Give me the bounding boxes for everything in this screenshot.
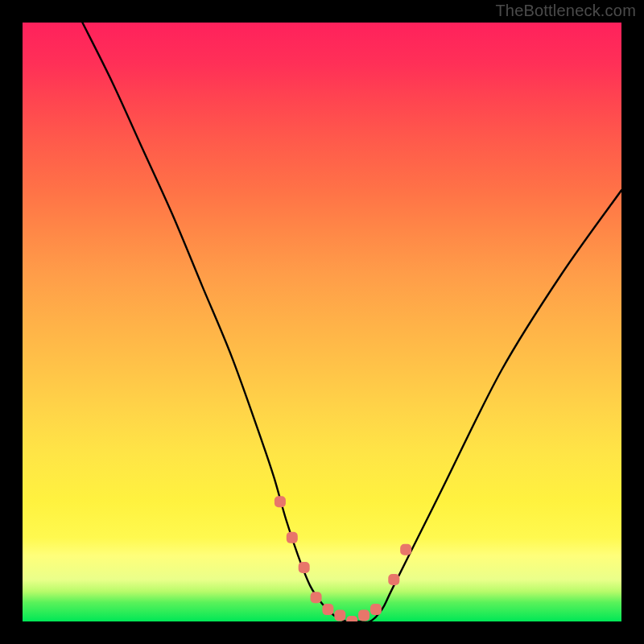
curve-marker — [275, 496, 286, 507]
curve-marker — [322, 604, 333, 615]
curve-marker — [358, 610, 369, 621]
curve-marker — [370, 604, 382, 615]
curve-marker — [388, 574, 399, 585]
curve-marker — [299, 562, 310, 573]
curve-marker — [334, 610, 345, 621]
plot-area — [23, 23, 621, 621]
curve-marker — [346, 616, 357, 621]
curve-marker — [400, 544, 411, 555]
watermark-text: TheBottleneck.com — [495, 2, 636, 20]
curve-marker — [287, 532, 298, 543]
curve-marker — [311, 592, 322, 603]
outer-frame: TheBottleneck.com — [0, 0, 644, 644]
bottleneck-curve — [23, 23, 621, 621]
